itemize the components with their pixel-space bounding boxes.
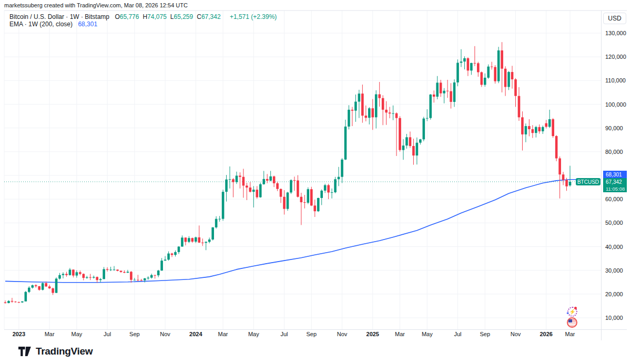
ema-legend-value: 68,301	[78, 20, 97, 28]
currency-toggle-button[interactable]: USD	[603, 13, 626, 24]
svg-text:130,000: 130,000	[605, 30, 626, 36]
svg-text:Jul: Jul	[104, 331, 111, 337]
svg-text:80,000: 80,000	[605, 149, 623, 155]
svg-text:Sep: Sep	[480, 331, 490, 337]
flag-canton	[568, 319, 572, 323]
grid	[4, 11, 601, 329]
ema-price-badge: 68,301	[603, 171, 627, 178]
ohlc-label-L: L	[170, 13, 174, 20]
svg-text:Jul: Jul	[454, 331, 461, 337]
svg-text:100,000: 100,000	[605, 101, 626, 108]
chart-legend: Bitcoin / U.S. Dollar · 1W · Bitstamp O6…	[9, 13, 277, 28]
candlestick-chart[interactable]: 10,00020,00030,00040,00050,00060,00070,0…	[0, 0, 631, 364]
tradingview-logo[interactable]: TradingView	[18, 346, 93, 357]
ema-legend-row: EMA · 1W (200, close) 68,301	[9, 20, 277, 28]
svg-text:2023: 2023	[13, 331, 25, 337]
svg-text:10,000: 10,000	[605, 315, 623, 321]
ema-line	[5, 180, 601, 283]
svg-text:50,000: 50,000	[605, 220, 623, 226]
svg-text:Mar: Mar	[565, 331, 575, 337]
tradingview-logo-mark	[18, 346, 32, 357]
svg-text:2026: 2026	[540, 331, 552, 337]
red-dot	[574, 307, 577, 309]
ohlc-value-O: 65,776	[120, 13, 139, 20]
svg-text:120,000: 120,000	[605, 54, 626, 60]
ohlc-values: O65,776H74,075L65,259C67,342	[115, 13, 224, 20]
lightning-icon: ⚡	[569, 309, 575, 315]
ema-title: EMA · 1W (200, close)	[9, 20, 73, 28]
crypto-event-icon[interactable]: ⚡ ✦	[567, 307, 577, 317]
candles-series	[4, 42, 572, 304]
x-axis-labels: 2023MarMayJulSepNov2024MarMayJulSepNov20…	[13, 331, 575, 337]
ohlc-value-H: 74,075	[147, 13, 167, 20]
svg-text:Mar: Mar	[395, 331, 405, 337]
svg-text:Nov: Nov	[160, 331, 170, 337]
svg-text:Mar: Mar	[218, 331, 228, 337]
ohlc-value-C: 67,342	[201, 13, 221, 20]
svg-text:30,000: 30,000	[605, 267, 623, 274]
svg-text:60,000: 60,000	[605, 196, 623, 202]
ohlc-label-C: C	[197, 13, 201, 20]
footer-bar: TradingView	[0, 340, 631, 364]
ohlc-label-H: H	[143, 13, 147, 20]
symbol-price-tag: BTCUSD	[576, 178, 601, 185]
svg-text:May: May	[248, 331, 259, 337]
svg-text:2025: 2025	[367, 331, 379, 337]
last-price-value: 67,342	[606, 179, 627, 185]
svg-text:20,000: 20,000	[605, 291, 623, 297]
svg-text:110,000: 110,000	[605, 77, 626, 84]
svg-text:90,000: 90,000	[605, 125, 623, 131]
event-markers[interactable]: ⚡ ✦	[566, 307, 578, 328]
svg-text:40,000: 40,000	[605, 244, 623, 250]
ohlc-label-O: O	[115, 13, 119, 20]
tradingview-logo-text: TradingView	[36, 346, 93, 357]
svg-text:May: May	[71, 331, 82, 337]
symbol-title: Bitcoin / U.S. Dollar · 1W · Bitstamp	[9, 13, 109, 20]
ohlc-value-L: 65,259	[174, 13, 194, 20]
svg-text:Sep: Sep	[307, 331, 317, 337]
svg-text:Mar: Mar	[45, 331, 55, 337]
ema-badge-value: 68,301	[606, 172, 627, 178]
svg-text:Sep: Sep	[129, 331, 140, 337]
last-price-badge: 67,342 11:05:08	[603, 178, 627, 192]
svg-text:May: May	[422, 331, 433, 337]
svg-text:2024: 2024	[189, 331, 202, 337]
svg-text:Nov: Nov	[511, 331, 521, 337]
svg-text:Jul: Jul	[281, 331, 288, 337]
symbol-legend-row: Bitcoin / U.S. Dollar · 1W · Bitstamp O6…	[9, 13, 277, 20]
change-value: +1,571 (+2.39%)	[230, 13, 277, 20]
tradingview-published-chart: marketssuberg created with TradingView.c…	[0, 0, 631, 364]
blue-sparkle-icon: ✦	[566, 311, 569, 316]
svg-text:Nov: Nov	[337, 331, 348, 337]
bar-countdown: 11:05:08	[606, 185, 627, 192]
us-flag-event-icon[interactable]	[567, 317, 577, 328]
